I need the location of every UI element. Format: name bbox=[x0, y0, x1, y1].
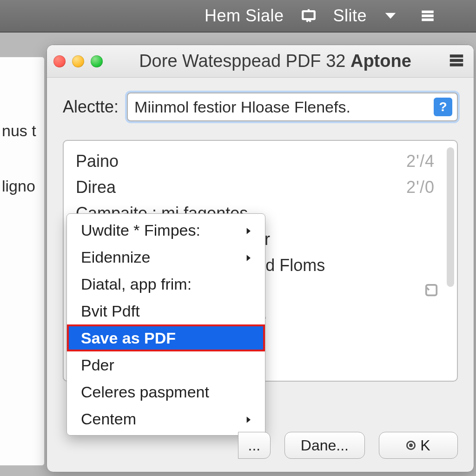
list-item[interactable]: Direa2'/0 bbox=[76, 174, 452, 200]
menubar-item[interactable]: Hem Siale bbox=[205, 6, 284, 26]
menu-item[interactable]: Pder bbox=[67, 351, 265, 378]
chevron-down-icon[interactable] bbox=[383, 9, 397, 23]
doc-text: ligno bbox=[0, 175, 44, 198]
menu-item[interactable]: Uwdite * Fimpes: bbox=[67, 217, 265, 244]
chevron-right-icon bbox=[244, 410, 253, 428]
chevron-right-icon bbox=[244, 248, 253, 266]
dialog-window: Dore Watesppead PDF 32 Aptone Alectte: ?… bbox=[46, 45, 474, 472]
background-document: nus t ligno bbox=[0, 57, 45, 466]
search-field-wrap: ? bbox=[127, 93, 458, 121]
dane-button[interactable]: Dane... bbox=[284, 432, 365, 459]
zoom-icon[interactable] bbox=[91, 55, 103, 67]
menu-item[interactable]: Diatal, app frim: bbox=[67, 271, 265, 298]
title-menu-icon[interactable] bbox=[448, 52, 465, 71]
context-menu: Uwdite * Fimpes: Eidennize Diatal, app f… bbox=[66, 213, 265, 436]
traffic-lights bbox=[53, 55, 103, 67]
doc-text: nus t bbox=[0, 119, 44, 142]
desktop-area: nus t ligno Dore Watesppead PDF 32 Apton… bbox=[0, 33, 476, 476]
help-button[interactable]: ? bbox=[434, 98, 452, 116]
hamburger-icon[interactable] bbox=[420, 8, 436, 24]
menu-item[interactable]: Eidennize bbox=[67, 244, 265, 271]
svg-rect-10 bbox=[426, 285, 437, 296]
menu-item[interactable]: Celeres paspment bbox=[67, 378, 265, 405]
menu-item[interactable]: Bvit Pdft bbox=[67, 298, 265, 324]
close-icon[interactable] bbox=[53, 55, 66, 67]
titlebar[interactable]: Dore Watesppead PDF 32 Aptone bbox=[47, 45, 474, 78]
menu-item[interactable]: Centem bbox=[67, 405, 265, 432]
scrollbar[interactable] bbox=[447, 147, 454, 287]
more-button[interactable]: ... bbox=[238, 432, 271, 459]
list-area: Paino2'/4 Direa2'/0 Campaite : mi fagent… bbox=[63, 140, 458, 382]
menu-item-save-as-pdf[interactable]: Save as PDF bbox=[67, 324, 265, 351]
window-title: Dore Watesppead PDF 32 Aptone bbox=[103, 51, 448, 71]
record-icon bbox=[406, 441, 416, 450]
menubar-item[interactable]: Slite bbox=[333, 6, 367, 26]
search-label: Alectte: bbox=[63, 97, 119, 117]
presenter-icon[interactable] bbox=[301, 8, 317, 24]
chevron-right-icon bbox=[244, 221, 253, 239]
minimize-icon[interactable] bbox=[72, 55, 84, 67]
svg-rect-0 bbox=[303, 11, 315, 19]
search-input[interactable] bbox=[134, 98, 434, 116]
system-menubar: Hem Siale Slite bbox=[0, 0, 476, 33]
list-item[interactable]: Paino2'/4 bbox=[76, 148, 452, 174]
ok-button[interactable]: K bbox=[379, 432, 458, 459]
search-row: Alectte: ? bbox=[47, 78, 474, 125]
dialog-button-row: ... Dane... K bbox=[238, 432, 458, 459]
